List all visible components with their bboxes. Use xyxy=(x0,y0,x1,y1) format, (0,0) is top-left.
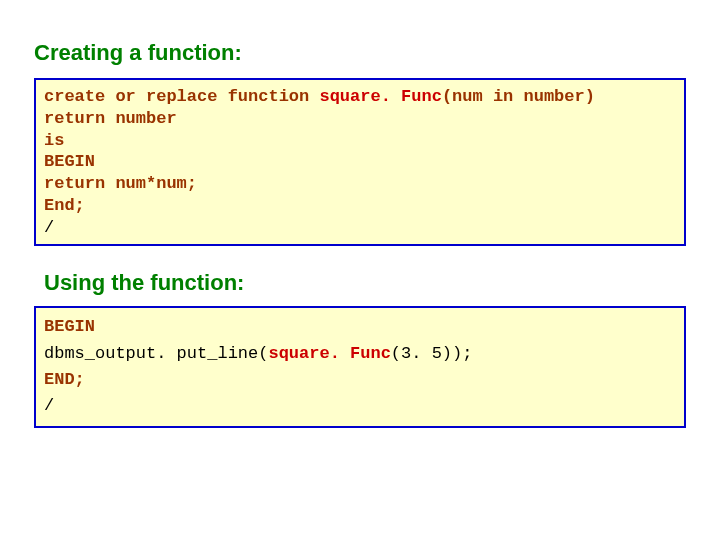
code-text: (3. 5)); xyxy=(391,344,473,363)
code-line: is xyxy=(44,130,676,152)
code-text: END; xyxy=(44,370,85,389)
code-text: dbms_output. put_line( xyxy=(44,344,268,363)
code-line: / xyxy=(44,217,676,239)
code-line: create or replace function square. Func(… xyxy=(44,86,676,108)
code-line: dbms_output. put_line(square. Func(3. 5)… xyxy=(44,341,676,367)
code-text: / xyxy=(44,396,54,415)
code-line: End; xyxy=(44,195,676,217)
heading-using-function: Using the function: xyxy=(44,270,686,296)
code-block-using: BEGIN dbms_output. put_line(square. Func… xyxy=(34,306,686,427)
slide-content: Creating a function: create or replace f… xyxy=(0,0,720,448)
code-block-create: create or replace function square. Func(… xyxy=(34,78,686,246)
code-text: / xyxy=(44,218,54,237)
code-text: is xyxy=(44,131,64,150)
heading-create-function: Creating a function: xyxy=(34,40,686,66)
code-text: return num*num; xyxy=(44,174,197,193)
code-line: return number xyxy=(44,108,676,130)
code-text: create or replace function xyxy=(44,87,319,106)
code-text: (num in number) xyxy=(442,87,595,106)
code-text: return number xyxy=(44,109,177,128)
code-text: BEGIN xyxy=(44,317,95,336)
code-line: BEGIN xyxy=(44,314,676,340)
code-line: END; xyxy=(44,367,676,393)
code-line: / xyxy=(44,393,676,419)
code-text: BEGIN xyxy=(44,152,95,171)
code-text: square. Func xyxy=(268,344,390,363)
code-text: square. Func xyxy=(319,87,441,106)
code-text: End; xyxy=(44,196,85,215)
code-line: BEGIN xyxy=(44,151,676,173)
code-line: return num*num; xyxy=(44,173,676,195)
